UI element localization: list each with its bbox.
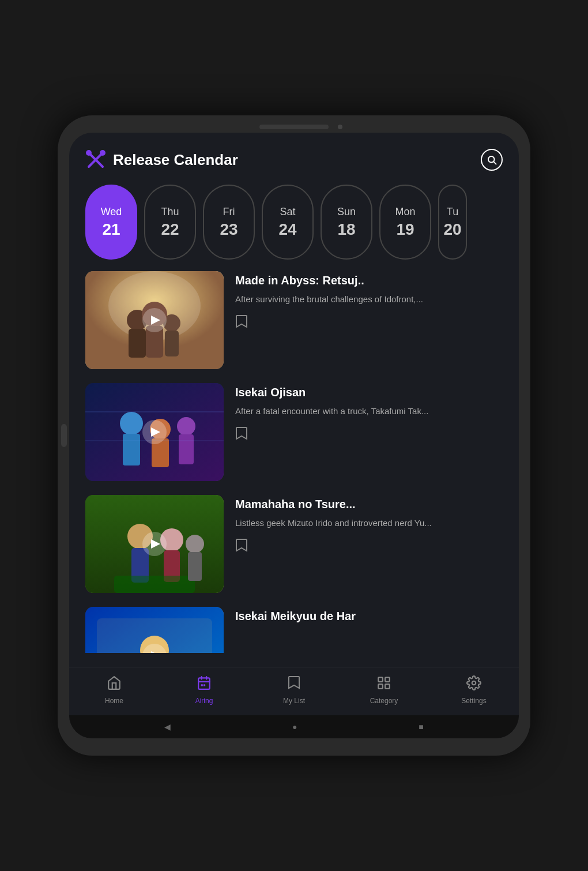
nav-item-category[interactable]: Category [361, 675, 407, 705]
day-name: Tu [447, 206, 458, 218]
svg-rect-26 [114, 576, 195, 593]
play-button[interactable] [142, 308, 167, 332]
nav-label-settings: Settings [461, 697, 486, 705]
anime-item[interactable]: Isekai OjisanAfter a fatal encounter wit… [85, 383, 503, 481]
nav-icon-category [376, 675, 391, 694]
svg-rect-38 [203, 684, 205, 686]
android-nav-bar: ◀ ● ■ [69, 715, 519, 738]
bookmark-icon[interactable] [235, 426, 503, 444]
nav-item-settings[interactable]: Settings [451, 675, 497, 705]
anime-thumbnail [85, 607, 224, 653]
header-left: Release Calendar [85, 149, 238, 170]
calendar-day-thu[interactable]: Thu22 [144, 185, 196, 260]
calendar-day-wed[interactable]: Wed21 [85, 185, 137, 260]
anime-title: Mamahaha no Tsure... [235, 497, 503, 511]
svg-rect-33 [198, 678, 210, 689]
anime-description: Listless geek Mizuto Irido and introvert… [235, 517, 503, 530]
nav-label-category: Category [370, 697, 398, 705]
screen: Release Calendar Wed21Thu22Fri23Sat24Sun… [69, 133, 519, 738]
day-number: 21 [102, 220, 120, 239]
day-name: Thu [161, 206, 179, 218]
svg-point-43 [472, 681, 476, 685]
anime-item[interactable]: Made in Abyss: Retsuj..After surviving t… [85, 271, 503, 369]
day-name: Sat [280, 206, 295, 218]
nav-label-my-list: My List [283, 697, 305, 705]
anime-description: After surviving the brutal challenges of… [235, 293, 503, 306]
nav-icon-airing [197, 675, 212, 694]
anime-info: Mamahaha no Tsure...Listless geek Mizuto… [235, 495, 503, 556]
day-name: Fri [223, 206, 235, 218]
anime-thumbnail [85, 271, 224, 369]
svg-point-13 [120, 412, 143, 435]
anime-title: Isekai Ojisan [235, 385, 503, 399]
bottom-nav: HomeAiringMy ListCategorySettings [69, 667, 519, 715]
anime-item[interactable]: Mamahaha no Tsure...Listless geek Mizuto… [85, 495, 503, 593]
svg-rect-14 [123, 434, 140, 465]
anime-info: Made in Abyss: Retsuj..After surviving t… [235, 271, 503, 332]
svg-rect-37 [201, 684, 203, 686]
bookmark-icon[interactable] [235, 538, 503, 556]
page-title: Release Calendar [113, 151, 238, 169]
recent-button[interactable]: ■ [419, 722, 423, 731]
search-button[interactable] [481, 149, 503, 171]
svg-line-3 [493, 162, 496, 164]
calendar-day-mon[interactable]: Mon19 [379, 185, 431, 260]
tablet-shell: Release Calendar Wed21Thu22Fri23Sat24Sun… [58, 115, 530, 756]
nav-label-home: Home [105, 697, 123, 705]
play-button[interactable] [142, 532, 167, 556]
play-triangle-icon [151, 539, 160, 549]
calendar-day-tu[interactable]: Tu20 [438, 185, 467, 260]
play-triangle-icon [151, 651, 160, 653]
nav-icon-settings [466, 675, 481, 694]
anime-info: Isekai OjisanAfter a fatal encounter wit… [235, 383, 503, 444]
nav-label-airing: Airing [195, 697, 213, 705]
svg-rect-18 [179, 434, 194, 464]
svg-rect-9 [165, 331, 179, 356]
calendar-day-sat[interactable]: Sat24 [262, 185, 314, 260]
day-number: 20 [443, 220, 461, 239]
anime-item[interactable]: Isekai Meikyuu de Har [85, 607, 503, 653]
day-number: 19 [396, 220, 414, 239]
app-content: Release Calendar Wed21Thu22Fri23Sat24Sun… [69, 133, 519, 667]
anime-title: Made in Abyss: Retsuj.. [235, 273, 503, 287]
sidebar-camera [61, 424, 67, 447]
svg-point-27 [186, 535, 204, 553]
day-number: 24 [278, 220, 296, 239]
svg-rect-28 [188, 552, 202, 581]
anime-list: Made in Abyss: Retsuj..After surviving t… [69, 271, 519, 667]
day-name: Mon [395, 206, 415, 218]
svg-point-17 [177, 417, 195, 436]
calendar-strip: Wed21Thu22Fri23Sat24Sun18Mon19Tu20 [69, 180, 519, 271]
svg-rect-7 [129, 329, 146, 358]
anime-thumbnail [85, 383, 224, 481]
svg-rect-42 [385, 684, 390, 689]
bookmark-icon[interactable] [235, 314, 503, 332]
nav-item-home[interactable]: Home [91, 675, 137, 705]
day-number: 18 [337, 220, 355, 239]
svg-rect-40 [385, 677, 390, 682]
anime-description: After a fatal encounter with a truck, Ta… [235, 405, 503, 418]
header: Release Calendar [69, 133, 519, 180]
play-triangle-icon [151, 427, 160, 437]
day-number: 23 [220, 220, 238, 239]
anime-info: Isekai Meikyuu de Har [235, 607, 503, 629]
nav-icon-home [107, 675, 122, 694]
nav-item-airing[interactable]: Airing [181, 675, 227, 705]
home-button[interactable]: ● [292, 722, 297, 731]
calendar-day-fri[interactable]: Fri23 [203, 185, 255, 260]
svg-rect-41 [378, 684, 383, 689]
svg-rect-39 [378, 677, 383, 682]
calendar-day-sun[interactable]: Sun18 [321, 185, 372, 260]
app-logo-icon [85, 149, 106, 170]
day-name: Sun [337, 206, 356, 218]
day-name: Wed [101, 206, 122, 218]
anime-thumbnail [85, 495, 224, 593]
play-triangle-icon [151, 316, 160, 325]
tablet-camera [338, 125, 342, 129]
nav-icon-my-list [287, 675, 301, 694]
nav-item-my-list[interactable]: My List [271, 675, 317, 705]
day-number: 22 [161, 220, 179, 239]
anime-title: Isekai Meikyuu de Har [235, 609, 503, 623]
play-button[interactable] [142, 420, 167, 444]
back-button[interactable]: ◀ [164, 722, 171, 731]
